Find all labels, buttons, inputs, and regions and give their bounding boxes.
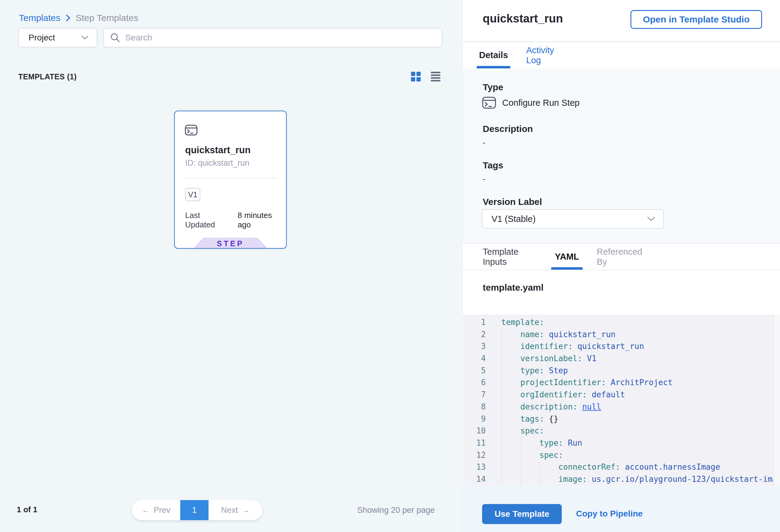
last-updated-label: Last Updated [185,211,231,230]
view-toggles [411,72,440,82]
yaml-line: 7 orgIdentifier: default [463,389,780,401]
yaml-line: 11 type: Run [463,437,780,449]
type-label: Type [483,82,503,92]
use-template-button[interactable]: Use Template [482,504,562,524]
search-icon [110,33,120,43]
search-box [103,28,442,47]
templates-page: Templates Step Templates Project TEMPLAT… [0,0,780,532]
search-input[interactable] [125,33,436,43]
current-page-button[interactable]: 1 [180,500,208,520]
breadcrumb-chevron-icon [65,13,71,22]
next-page-button[interactable]: Next → [208,500,262,520]
yaml-line: 13 connectorRef: account.harnessImage [463,461,780,473]
description-value: - [483,138,485,147]
grid-view-icon[interactable] [411,72,421,82]
scope-select[interactable]: Project [18,28,97,47]
yaml-line: 8 description: null [463,401,780,413]
details-section: Type Configure Run Step Description - Ta… [462,68,780,243]
template-card-name: quickstart_run [185,145,250,156]
template-title: quickstart_run [483,12,563,25]
description-label: Description [483,124,533,134]
per-page-label: Showing 20 per page [357,505,435,515]
yaml-line: 4 versionLabel: V1 [463,353,780,365]
templates-count-header: TEMPLATES (1) [18,72,77,81]
template-card-id: ID: quickstart_run [185,158,250,168]
scope-select-value: Project [29,33,55,43]
details-header: quickstart_run Open in Template Studio [462,0,780,41]
card-divider [185,178,277,179]
last-updated-value: 8 minutes ago [238,211,286,230]
yaml-line: 14 image: us.gcr.io/playground-123/quick… [463,473,780,485]
yaml-line: 12 spec: [463,449,780,462]
version-label: Version Label [483,197,542,207]
copy-to-pipeline-link[interactable]: Copy to Pipeline [576,509,643,519]
arrow-right-icon: → [242,505,250,515]
yaml-line: 5 type: Step [463,365,780,377]
details-footer: Use Template Copy to Pipeline [462,486,780,532]
terminal-icon [482,97,496,109]
tab-details[interactable]: Details [477,42,510,68]
template-details-panel: quickstart_run Open in Template Studio D… [462,0,780,532]
yaml-file-name: template.yaml [483,282,543,293]
yaml-code-viewer[interactable]: 1template:2 name: quickstart_run3 identi… [463,315,780,486]
version-select[interactable]: V1 (Stable) [482,209,664,229]
version-select-value: V1 (Stable) [492,214,536,224]
tab-referenced-by[interactable]: Referenced By [597,244,648,270]
version-badge: V1 [185,188,200,201]
tab-template-inputs[interactable]: Template Inputs [483,244,539,270]
yaml-line: 10 spec: [463,425,780,437]
tags-value: - [483,174,485,184]
list-view-icon[interactable] [431,72,440,82]
last-updated-row: Last Updated 8 minutes ago [185,211,286,230]
yaml-code-lines: 1template:2 name: quickstart_run3 identi… [463,317,780,485]
yaml-line: 9 tags: {} [463,413,780,425]
prev-label: Prev [153,505,170,515]
breadcrumb: Templates Step Templates [19,12,138,24]
breadcrumb-templates-link[interactable]: Templates [19,13,60,23]
code-scrollbar[interactable] [773,315,780,486]
yaml-tab-bar: Template Inputs YAML Referenced By [462,243,780,270]
open-in-template-studio-button[interactable]: Open in Template Studio [630,10,762,29]
type-value: Configure Run Step [502,98,580,108]
next-label: Next [221,505,238,515]
pagination: ← Prev 1 Next → [132,500,262,520]
chevron-down-icon [647,216,655,222]
yaml-file-header: template.yaml [462,270,780,315]
chevron-down-icon [81,35,89,40]
terminal-icon [185,125,198,136]
yaml-line: 3 identifier: quickstart_run [463,340,780,353]
yaml-line: 6 projectIdentifier: ArchitProject [463,377,780,389]
yaml-line: 2 name: quickstart_run [463,329,780,341]
type-value-row: Configure Run Step [482,97,580,109]
yaml-line: 1template: [463,317,780,329]
step-type-ribbon: STEP [194,238,267,249]
arrow-left-icon: ← [142,505,150,515]
step-type-ribbon-label: STEP [194,239,267,248]
template-card[interactable]: quickstart_run ID: quickstart_run V1 Las… [174,111,287,249]
tab-yaml[interactable]: YAML [551,244,583,270]
breadcrumb-current: Step Templates [76,13,138,23]
tags-label: Tags [483,160,503,171]
template-list-panel: Templates Step Templates Project TEMPLAT… [0,0,462,532]
prev-page-button[interactable]: ← Prev [132,500,180,520]
details-tab-bar: Details Activity Log [462,41,780,68]
tab-activity-log[interactable]: Activity Log [526,42,567,68]
page-summary: 1 of 1 [17,505,37,514]
